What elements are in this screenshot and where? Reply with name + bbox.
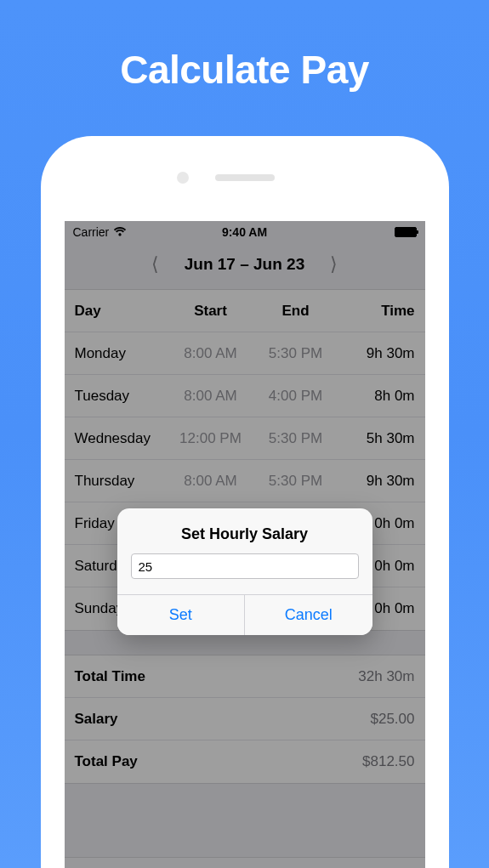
hero-title: Calculate Pay: [0, 0, 489, 93]
set-button[interactable]: Set: [117, 595, 246, 635]
phone-frame: Carrier 9:40 AM ⟨ Jun 17 – Jun 23 ⟩ Day …: [41, 136, 449, 868]
phone-sensor: [177, 172, 189, 184]
alert-buttons: Set Cancel: [117, 594, 372, 635]
app-screen: Carrier 9:40 AM ⟨ Jun 17 – Jun 23 ⟩ Day …: [65, 221, 425, 868]
phone-speaker: [215, 174, 275, 181]
alert-title: Set Hourly Salary: [117, 508, 372, 553]
hourly-salary-alert: Set Hourly Salary Set Cancel: [117, 508, 372, 635]
cancel-button[interactable]: Cancel: [245, 595, 372, 635]
hourly-salary-input[interactable]: [131, 553, 359, 579]
